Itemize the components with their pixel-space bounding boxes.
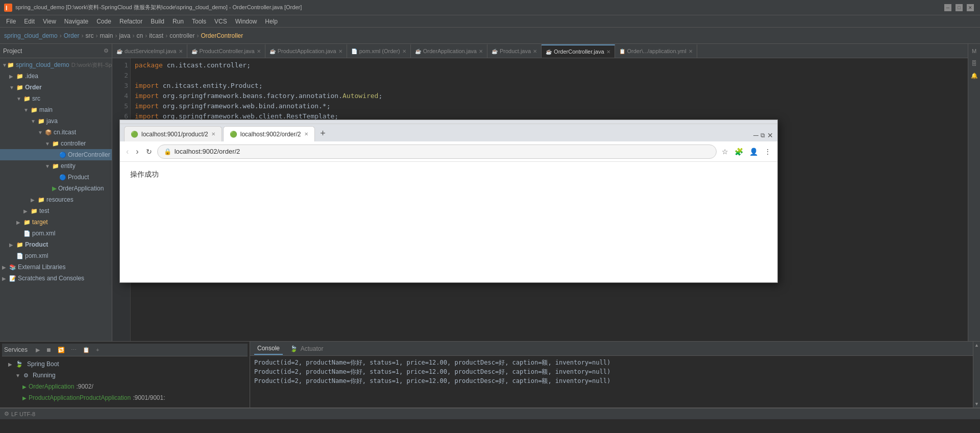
database-icon[interactable]: 🗄 <box>969 58 979 68</box>
tab-ductserviceimpl[interactable]: ☕ ductServiceImpl.java ✕ <box>112 44 187 58</box>
folder-icon: 📁 <box>16 84 23 91</box>
sidebar-settings-icon[interactable]: ⚙ <box>104 47 109 54</box>
tree-item-main[interactable]: ▼ 📁 main <box>0 104 112 115</box>
tab-close-icon[interactable]: ✕ <box>606 49 610 55</box>
browser-back-button[interactable]: ‹ <box>124 145 131 158</box>
menu-run[interactable]: Run <box>168 17 188 26</box>
tree-item-product-module[interactable]: ▶ 📁 Product <box>0 239 112 250</box>
tree-item-src[interactable]: ▼ 📁 src <box>0 93 112 104</box>
svc-spring-boot[interactable]: ▶ 🍃 Spring Boot <box>2 358 248 370</box>
maven-icon[interactable]: M <box>969 46 979 56</box>
tab-close-icon[interactable]: ✕ <box>338 49 342 54</box>
browser-close-icon[interactable]: ✕ <box>767 131 773 139</box>
maximize-button[interactable]: □ <box>955 4 963 11</box>
tab-close-icon[interactable]: ✕ <box>533 49 537 54</box>
nav-breadcrumb-cn[interactable]: cn <box>136 32 143 39</box>
tree-item-cn-itcast[interactable]: ▼ 📦 cn.itcast <box>0 127 112 138</box>
nav-breadcrumb-src[interactable]: src <box>85 32 93 39</box>
new-tab-button[interactable]: + <box>316 126 330 140</box>
nav-breadcrumb-main[interactable]: main <box>100 32 113 39</box>
menu-build[interactable]: Build <box>146 17 168 26</box>
browser-tab-close-2[interactable]: ✕ <box>304 131 308 137</box>
tab-application-yml[interactable]: 📋 Order\.../application.yml ✕ <box>615 44 697 58</box>
tree-item-order[interactable]: ▼ 📁 Order <box>0 82 112 93</box>
menu-help[interactable]: Help <box>261 17 282 26</box>
svc-product-app[interactable]: ▶ ProductApplicationProductApplication :… <box>2 392 248 403</box>
bookmark-star-icon[interactable]: ☆ <box>720 146 730 158</box>
browser-forward-button[interactable]: › <box>134 145 140 158</box>
folder-icon: 📁 <box>7 62 14 68</box>
browser-menu-icon[interactable]: ⋮ <box>762 146 773 158</box>
scroll-up-icon[interactable]: ▲ <box>974 343 979 348</box>
browser-restore-icon[interactable]: ⧉ <box>761 132 765 139</box>
tree-item-order-application[interactable]: ▶ OrderApplication <box>0 183 112 194</box>
nav-breadcrumb-controller[interactable]: controller <box>169 32 194 39</box>
menu-tools[interactable]: Tools <box>188 17 210 26</box>
tree-item-java[interactable]: ▼ 📁 java <box>0 115 112 127</box>
svc-btn-6[interactable]: + <box>94 346 101 354</box>
tree-item-product-class[interactable]: 🔵 Product <box>0 172 112 183</box>
menu-refactor[interactable]: Refactor <box>115 17 146 26</box>
menu-file[interactable]: File <box>2 17 20 26</box>
tab-close-icon[interactable]: ✕ <box>179 49 183 54</box>
url-display[interactable]: localhost:9002/order/2 <box>175 148 240 155</box>
folder-icon: 📁 <box>52 140 59 147</box>
browser-refresh-button[interactable]: ↻ <box>144 146 154 158</box>
tree-item-ext-libs[interactable]: ▶ 📚 External Libraries <box>0 261 112 273</box>
svc-btn-1[interactable]: ▶ <box>34 346 42 354</box>
tab-close-icon[interactable]: ✕ <box>402 49 406 54</box>
tab-ordercontroller[interactable]: ☕ OrderController.java ✕ <box>542 44 615 58</box>
console-tab-actuator[interactable]: 🍃 Actuator <box>287 343 326 354</box>
nav-breadcrumb-file[interactable]: OrderController <box>201 32 243 39</box>
svc-btn-3[interactable]: 🔁 <box>56 346 67 354</box>
tab-close-icon[interactable]: ✕ <box>689 49 693 54</box>
tab-close-icon[interactable]: ✕ <box>479 49 483 54</box>
notifications-icon[interactable]: 🔔 <box>969 70 979 81</box>
svc-btn-2[interactable]: ⏹ <box>44 346 54 354</box>
menu-window[interactable]: Window <box>231 17 261 26</box>
tree-item-pom-root[interactable]: 📄 pom.xml <box>0 250 112 261</box>
nav-breadcrumb-itcast[interactable]: itcast <box>149 32 163 39</box>
tab-close-icon[interactable]: ✕ <box>257 49 261 54</box>
menu-code[interactable]: Code <box>92 17 115 26</box>
nav-breadcrumb-order[interactable]: Order <box>64 32 80 39</box>
tree-item-order-controller[interactable]: 🔵 OrderController <box>0 149 112 160</box>
nav-breadcrumb-java[interactable]: java <box>119 32 130 39</box>
svc-btn-4[interactable]: ⋯ <box>69 346 79 354</box>
browser-title-bar[interactable] <box>120 120 777 124</box>
tab-orderapplication[interactable]: ☕ OrderApplication.java ✕ <box>411 44 487 58</box>
menu-vcs[interactable]: VCS <box>210 17 231 26</box>
tab-productcontroller[interactable]: ☕ ProductController.java ✕ <box>187 44 265 58</box>
browser-tab-close-1[interactable]: ✕ <box>211 131 215 137</box>
tree-item-target[interactable]: ▶ 📁 target <box>0 216 112 228</box>
minimize-button[interactable]: ─ <box>944 4 951 11</box>
menu-edit[interactable]: Edit <box>20 17 39 26</box>
svc-order-app[interactable]: ▶ OrderApplication :9002/ <box>2 381 248 392</box>
scroll-down-icon[interactable]: ▼ <box>974 401 979 406</box>
tree-item-idea[interactable]: ▶ 📁 .idea <box>0 70 112 82</box>
tree-item-controller[interactable]: ▼ 📁 controller <box>0 138 112 149</box>
menu-view[interactable]: View <box>39 17 60 26</box>
nav-breadcrumb-project[interactable]: spring_cloud_demo <box>4 32 58 39</box>
actuator-icon: 🍃 <box>290 345 298 352</box>
tree-item-spring-cloud-demo[interactable]: ▼ 📁 spring_cloud_demo D:\work\资料-SpringC… <box>0 59 112 70</box>
tab-product[interactable]: ☕ Product.java ✕ <box>487 44 542 58</box>
browser-minimize-icon[interactable]: ─ <box>753 131 758 139</box>
profile-icon[interactable]: 👤 <box>747 146 760 158</box>
tree-item-entity[interactable]: ▼ 📁 entity <box>0 160 112 172</box>
console-tab-console[interactable]: Console <box>254 343 283 355</box>
svc-btn-5[interactable]: 📋 <box>81 346 92 354</box>
menu-navigate[interactable]: Navigate <box>60 17 92 26</box>
browser-tab-1[interactable]: 🟢 localhost:9001/product/2 ✕ <box>124 126 222 141</box>
tab-pom-order[interactable]: 📄 pom.xml (Order) ✕ <box>347 44 411 58</box>
tree-item-scratches[interactable]: ▶ 📝 Scratches and Consoles <box>0 273 112 284</box>
extensions-icon[interactable]: 🧩 <box>732 146 745 158</box>
browser-tab-2[interactable]: 🟢 localhost:9002/order/2 ✕ <box>223 126 315 141</box>
svc-running-group[interactable]: ▼ ⚙ Running <box>2 370 248 381</box>
tree-item-resources[interactable]: ▶ 📁 resources <box>0 194 112 205</box>
tree-item-pom-order[interactable]: 📄 pom.xml <box>0 228 112 239</box>
play-icon: ▶ <box>22 395 27 401</box>
tab-productapplication[interactable]: ☕ ProductApplication.java ✕ <box>265 44 347 58</box>
close-button[interactable]: ✕ <box>967 4 974 11</box>
tree-item-test[interactable]: ▶ 📁 test <box>0 205 112 216</box>
